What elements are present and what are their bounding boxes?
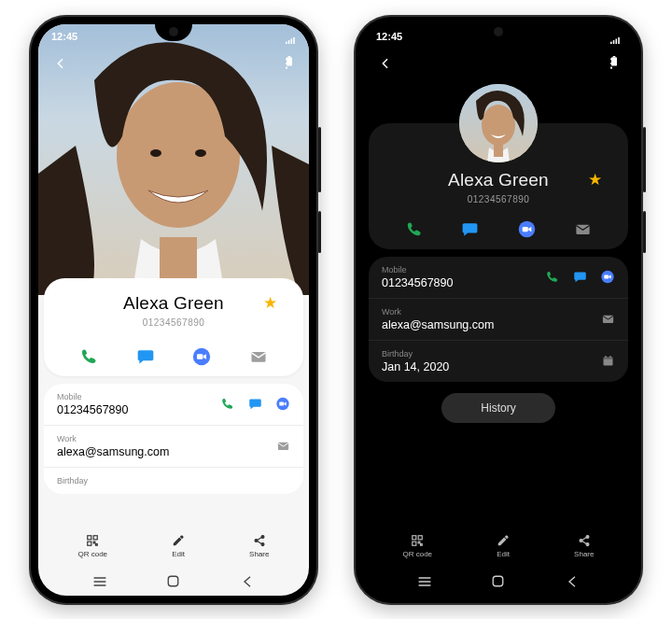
message-button[interactable]: [458, 218, 483, 242]
work-label: Work: [57, 434, 169, 443]
content-light: Alexa Green ★ 01234567890: [38, 278, 309, 525]
power-button[interactable]: [643, 211, 646, 253]
work-value: alexa@samsung.com: [382, 318, 494, 331]
svg-rect-56: [418, 535, 422, 539]
svg-rect-7: [293, 37, 295, 44]
svg-rect-44: [494, 144, 503, 157]
mobile-row[interactable]: Mobile 01234567890: [369, 257, 628, 299]
share-button[interactable]: Share: [574, 534, 594, 558]
home-button[interactable]: [165, 573, 182, 590]
svg-rect-57: [413, 542, 416, 545]
volume-button[interactable]: [643, 127, 646, 192]
svg-point-43: [482, 105, 515, 146]
top-bar: [38, 49, 309, 78]
more-button[interactable]: [598, 50, 624, 77]
contact-photo-hero: 12:45: [38, 24, 309, 278]
svg-rect-17: [279, 402, 284, 406]
email-button[interactable]: [246, 345, 271, 369]
row-message-icon[interactable]: [247, 397, 262, 412]
message-button[interactable]: [133, 345, 158, 369]
svg-rect-55: [413, 535, 416, 539]
signal-icon: [610, 36, 621, 45]
contact-name: Alexa Green: [448, 170, 549, 190]
svg-rect-14: [197, 354, 203, 359]
nav-back-button[interactable]: [239, 573, 256, 590]
mobile-row[interactable]: Mobile 01234567890: [44, 384, 303, 426]
birthday-value: Jan 14, 2020: [382, 360, 449, 373]
svg-rect-20: [93, 535, 97, 539]
phone-dark-frame: 12:45: [354, 15, 643, 605]
calendar-icon[interactable]: [600, 354, 615, 369]
contact-number: 01234567890: [382, 194, 615, 204]
share-button[interactable]: Share: [249, 534, 269, 558]
contact-name: Alexa Green: [123, 293, 224, 314]
svg-rect-21: [88, 542, 91, 545]
qr-code-button[interactable]: QR code: [403, 534, 433, 558]
home-button[interactable]: [490, 573, 507, 590]
call-button[interactable]: [77, 345, 101, 369]
svg-rect-58: [418, 542, 420, 543]
row-call-icon[interactable]: [544, 270, 559, 285]
svg-rect-33: [610, 42, 612, 44]
work-row[interactable]: Work alexa@samsung.com: [44, 426, 303, 468]
svg-rect-19: [88, 535, 91, 539]
birthday-label: Birthday: [57, 476, 88, 485]
row-email-icon[interactable]: [600, 312, 615, 327]
screen-dark: 12:45: [363, 24, 634, 596]
qr-code-button[interactable]: QR code: [78, 534, 108, 558]
power-button[interactable]: [318, 211, 321, 253]
favorite-star-icon[interactable]: ★: [263, 293, 277, 313]
email-button[interactable]: [571, 218, 595, 242]
work-row[interactable]: Work alexa@samsung.com: [369, 299, 628, 341]
svg-point-39: [610, 58, 612, 60]
nav-back-button[interactable]: [564, 573, 581, 590]
edit-icon: [497, 534, 510, 547]
row-video-icon[interactable]: [600, 270, 615, 285]
row-call-icon[interactable]: [219, 397, 234, 412]
work-label: Work: [382, 307, 494, 317]
system-nav: [38, 568, 309, 596]
row-message-icon[interactable]: [572, 270, 587, 285]
history-button[interactable]: History: [441, 393, 554, 423]
svg-rect-59: [421, 543, 423, 545]
svg-point-1: [150, 149, 161, 157]
edit-button[interactable]: Edit: [497, 534, 510, 558]
status-time: 12:45: [376, 31, 402, 42]
contact-header-card: Alexa Green ★ 01234567890: [44, 278, 303, 376]
contact-avatar[interactable]: [459, 84, 538, 162]
recents-button[interactable]: [91, 573, 108, 590]
favorite-star-icon[interactable]: ★: [588, 170, 602, 190]
mobile-label: Mobile: [57, 392, 128, 401]
svg-point-2: [195, 149, 206, 157]
phone-light-frame: 12:45: [29, 15, 318, 605]
back-button[interactable]: [372, 50, 399, 77]
wifi-icon: [610, 24, 621, 26]
svg-point-12: [286, 66, 287, 68]
edit-button[interactable]: Edit: [172, 534, 185, 558]
wifi-icon: [286, 24, 296, 26]
video-button[interactable]: [189, 345, 214, 369]
back-button[interactable]: [48, 50, 74, 77]
svg-point-11: [286, 62, 287, 63]
svg-line-27: [257, 537, 261, 540]
share-icon: [253, 534, 266, 547]
avatar-illustration: [459, 84, 538, 162]
recents-button[interactable]: [416, 573, 433, 590]
birthday-row[interactable]: Birthday: [44, 468, 303, 494]
work-value: alexa@samsung.com: [57, 445, 169, 458]
action-row: [382, 218, 615, 242]
volume-button[interactable]: [318, 127, 321, 192]
video-button[interactable]: [514, 218, 539, 242]
row-video-icon[interactable]: [275, 397, 290, 412]
svg-rect-52: [603, 357, 612, 359]
qr-icon: [411, 534, 424, 547]
birthday-row[interactable]: Birthday Jan 14, 2020: [369, 341, 628, 382]
bottom-bar: QR code Edit Share: [38, 525, 309, 568]
svg-rect-3: [160, 237, 197, 284]
bottom-bar: QR code Edit Share: [363, 525, 634, 568]
share-icon: [578, 534, 591, 547]
row-email-icon[interactable]: [275, 439, 290, 454]
more-button[interactable]: [273, 50, 300, 77]
call-button[interactable]: [401, 218, 426, 242]
edit-icon: [172, 534, 185, 547]
